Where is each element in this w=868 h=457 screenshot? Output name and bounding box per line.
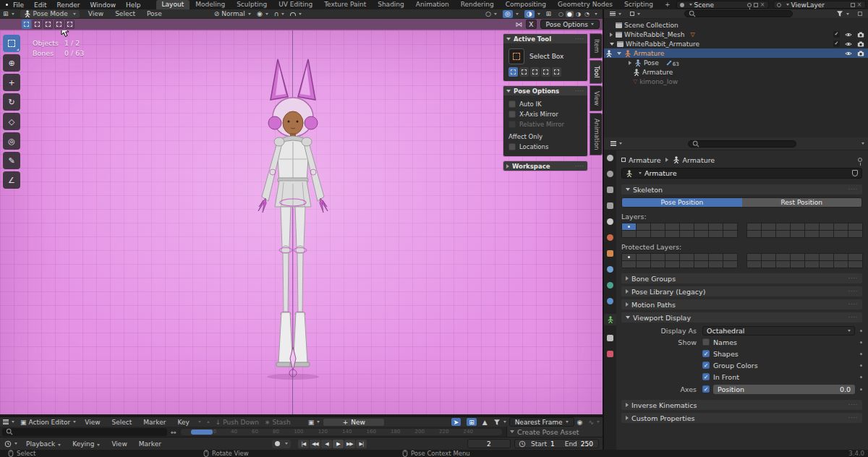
workspace-tab-rendering[interactable]: Rendering [455, 0, 500, 9]
outliner-row-armature-object[interactable]: Armature [604, 48, 868, 58]
workspace-tab-sculpting[interactable]: Sculpting [231, 0, 273, 9]
layer-cell[interactable] [680, 231, 694, 237]
snap-toggle[interactable]: ∩ [271, 10, 288, 17]
mode-extend-button[interactable] [519, 67, 529, 77]
armature-name-field[interactable]: Armature [621, 168, 862, 179]
shading-wireframe-button[interactable]: ○ [557, 11, 565, 17]
xaxis-mirror-checkbox[interactable] [509, 111, 516, 118]
channel-search-input[interactable] [2, 428, 167, 436]
workspace-tab-compositing[interactable]: Compositing [500, 0, 552, 9]
rotate-tool-button[interactable]: ↻ [3, 93, 20, 111]
tab-tool[interactable]: Tool [590, 60, 603, 84]
workspace-tab-layout[interactable]: Layout [156, 0, 190, 9]
menu-render[interactable]: Render [52, 1, 85, 9]
scrollbar-thumb[interactable] [191, 430, 213, 435]
properties-search-input[interactable] [688, 140, 796, 148]
layer-cell[interactable] [762, 231, 775, 237]
layer-cell[interactable] [791, 231, 804, 237]
outliner-row-pose[interactable]: Pose 63 [604, 58, 868, 67]
layer-cell[interactable] [723, 261, 737, 268]
hide-eye-icon[interactable] [845, 50, 852, 57]
layer-cell[interactable] [805, 254, 819, 260]
tab-item[interactable]: Item [590, 33, 603, 59]
layer-cell[interactable] [709, 254, 723, 260]
inverse-kinematics-panel-header[interactable]: Inverse Kinematics···· [621, 400, 862, 410]
menu-view[interactable]: View [106, 440, 132, 448]
menu-help[interactable]: Help [121, 1, 146, 9]
layer-cell[interactable] [762, 254, 775, 260]
layer-cell[interactable] [723, 231, 737, 237]
dopesheet-scrollbar[interactable]: 20406080100120140160180200220240 [181, 429, 502, 435]
layer-cell[interactable] [622, 261, 636, 268]
layer-cell[interactable] [805, 223, 819, 230]
measure-tool-button[interactable]: ∠ [3, 171, 20, 189]
end-frame-field[interactable]: End250 [560, 440, 598, 448]
tab-physics-icon[interactable] [607, 282, 613, 289]
layer-cell[interactable] [651, 231, 665, 237]
tab-render-icon[interactable] [607, 171, 613, 177]
layer-cell[interactable] [723, 254, 737, 260]
layer-cell[interactable] [694, 261, 708, 268]
action-selector-button[interactable]: ▣ [305, 419, 323, 426]
layer-cell[interactable] [665, 261, 679, 268]
shading-solid-button[interactable]: ● [566, 11, 574, 17]
menu-file[interactable]: File [8, 1, 29, 9]
layer-cell[interactable] [665, 254, 679, 260]
properties-options-dropdown[interactable] [861, 142, 864, 145]
editor-type-button[interactable]: ⊞ [0, 10, 17, 17]
scene-selector[interactable]: Scene × [676, 1, 769, 9]
outliner-editor-type-button[interactable] [607, 12, 624, 17]
pose-position-button[interactable]: Pose Position [622, 198, 742, 207]
character-model[interactable] [246, 58, 340, 383]
layer-cell[interactable] [848, 261, 862, 268]
current-frame-field[interactable]: 2 [467, 439, 511, 448]
layer-cell[interactable] [747, 223, 761, 230]
proportional-editing-dropdown[interactable] [287, 12, 305, 16]
editor-divider[interactable] [603, 9, 604, 450]
disable-render-camera-icon[interactable] [857, 40, 864, 48]
cursor-tool-button[interactable]: ⊕ [3, 54, 20, 72]
layer-cell[interactable] [651, 261, 665, 268]
outliner-row-whiterabbit-armature[interactable]: WhiteRabbit_Armature ✓ [604, 39, 868, 48]
tab-modifiers-icon[interactable] [607, 266, 613, 273]
auto-ik-checkbox[interactable] [509, 101, 516, 108]
layer-cell[interactable] [637, 261, 650, 268]
menu-key[interactable]: Key [171, 419, 195, 426]
dopesheet-mode-dropdown[interactable]: ▣Action Editor [17, 419, 79, 426]
dopesheet-editor-type-button[interactable] [0, 419, 17, 424]
workspace-tab-texture-paint[interactable]: Texture Paint [318, 0, 372, 9]
shading-rendered-button[interactable]: ◔ [583, 11, 591, 17]
outliner-display-mode-button[interactable] [627, 12, 643, 16]
layer-cell[interactable] [709, 223, 723, 230]
annotate-tool-button[interactable]: ✎ [3, 152, 20, 169]
layer-cell[interactable] [805, 231, 819, 237]
tab-object-data-active[interactable] [604, 314, 616, 325]
mirror-icon[interactable]: ⋈ [516, 20, 523, 28]
tab-output-icon[interactable] [607, 187, 613, 193]
scale-tool-button[interactable]: ◇ [3, 113, 20, 130]
animate-dot[interactable] [860, 330, 862, 332]
animate-dot[interactable] [860, 364, 862, 367]
outliner-row-whiterabbit-mesh[interactable]: WhiteRabbit_Mesh ▽ ✓ [604, 30, 868, 39]
menu-view[interactable]: View [79, 419, 106, 426]
workspace-tab-uv-editing[interactable]: UV Editing [273, 0, 318, 9]
show-errors-toggle[interactable]: ▲ [480, 419, 490, 426]
next-keyframe-button[interactable]: ▶▶ [344, 440, 355, 448]
layer-cell[interactable] [680, 254, 694, 260]
layer-cell[interactable] [820, 231, 833, 237]
menu-edit[interactable]: Edit [29, 1, 51, 9]
expand-channels-icon[interactable]: ↔ [171, 428, 176, 436]
snap-dropdown[interactable]: Nearest Frame [509, 417, 574, 427]
tab-object-icon[interactable] [607, 250, 613, 257]
menu-window[interactable]: Window [85, 1, 122, 9]
layer-cell[interactable] [820, 254, 833, 260]
menu-view[interactable]: View [82, 10, 109, 17]
layer-cell[interactable] [709, 231, 723, 237]
layer-cell[interactable] [834, 231, 848, 237]
add-workspace-button[interactable]: + [659, 0, 676, 9]
animate-dot[interactable] [860, 376, 862, 378]
layer-cell[interactable] [791, 261, 804, 268]
layer-cell[interactable] [791, 223, 804, 230]
layer-cell[interactable] [848, 254, 862, 260]
layer-cell[interactable] [665, 223, 679, 230]
